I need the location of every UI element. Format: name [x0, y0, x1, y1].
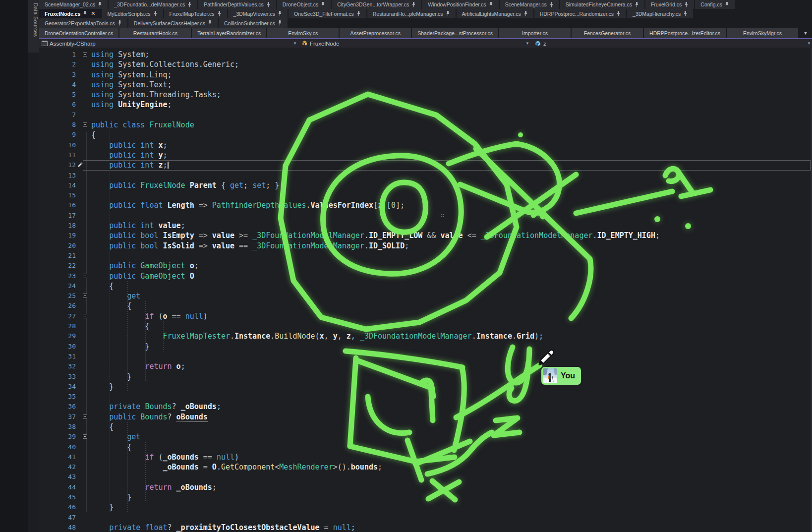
document-tab[interactable]: EnviroSky.cs: [267, 28, 339, 38]
chevron-down-icon: ▼: [293, 41, 297, 46]
fold-marker[interactable]: [83, 274, 87, 278]
line-number: 13: [39, 171, 76, 180]
tab-label: ShaderPackage...stProcessor.cs: [417, 30, 493, 36]
line-number: 20: [39, 241, 76, 251]
pin-icon[interactable]: [446, 11, 450, 16]
pin-icon[interactable]: [684, 2, 689, 7]
fold-marker[interactable]: [83, 434, 87, 439]
line-number: 42: [39, 462, 76, 472]
tab-label: FruxelGrid.cs: [651, 1, 682, 7]
pin-icon[interactable]: [117, 20, 122, 26]
pin-icon[interactable]: [208, 20, 212, 26]
document-tab[interactable]: Generator2ExportMapTools.cs: [39, 18, 127, 28]
fold-marker[interactable]: [83, 294, 87, 298]
fold-marker[interactable]: [83, 314, 87, 318]
line-number: 24: [39, 281, 76, 291]
code-line: 46 }: [39, 502, 812, 512]
document-tab[interactable]: HDRPPostproc...Randomizer.cs: [534, 9, 626, 18]
document-tab[interactable]: SceneManager_02.cs: [39, 0, 108, 9]
project-dropdown-caret[interactable]: ▼: [293, 39, 297, 48]
document-tab[interactable]: AssetPreprocessor.cs: [340, 28, 411, 38]
code-line: 8public class FruxelNode: [39, 120, 812, 130]
code-line: 6using UnityEngine;: [39, 100, 812, 110]
document-tab[interactable]: OneSec3D_FileFormat.cs: [289, 9, 366, 18]
pin-icon[interactable]: [153, 11, 158, 16]
document-tab[interactable]: TerrainLayerRandomizer.cs: [192, 28, 266, 38]
code-line: 27 if (o == null): [39, 311, 812, 321]
document-tab[interactable]: SceneManager.cs: [500, 0, 559, 9]
document-tab[interactable]: PathfinderDepthValues.cs: [198, 0, 276, 9]
line-number: 9: [39, 130, 76, 140]
project-name: Assembly-CSharp: [50, 41, 96, 47]
pin-icon[interactable]: [266, 2, 271, 7]
tab-label: SimulatedFisheyeCamera.cs: [566, 1, 632, 7]
pin-icon[interactable]: [356, 11, 361, 16]
document-tab[interactable]: RestaurantHo...pleManager.cs: [367, 9, 456, 18]
navbar-overflow-caret[interactable]: ▼: [807, 39, 811, 48]
member-dropdown-caret[interactable]: ▼: [525, 39, 529, 48]
project-dropdown[interactable]: Assembly-CSharp: [42, 39, 96, 48]
pin-icon[interactable]: [278, 20, 282, 26]
pin-icon[interactable]: [523, 11, 528, 16]
line-number: 17: [39, 211, 76, 221]
tab-label: CityGen3DGen...torWrapper.cs: [337, 1, 409, 7]
pin-icon[interactable]: [187, 2, 192, 7]
pin-icon[interactable]: [83, 11, 87, 16]
type-name: FruxelNode: [310, 41, 339, 47]
pin-icon[interactable]: [616, 11, 621, 16]
line-number: 11: [39, 150, 76, 160]
code-line: 21: [39, 251, 812, 261]
line-number: 30: [39, 342, 76, 352]
document-tab[interactable]: MyEditorScripts.cs: [102, 9, 163, 18]
code-editor[interactable]: 1using System;2using System.Collections.…: [39, 48, 812, 532]
document-tab[interactable]: FruxelNode.cs✕: [39, 9, 101, 18]
line-number: 46: [39, 502, 76, 512]
line-number: 14: [39, 180, 76, 190]
document-tab[interactable]: SimulatedFisheyeCamera.cs: [560, 0, 644, 9]
document-tab[interactable]: Importer.cs: [499, 28, 571, 38]
member-dropdown[interactable]: z: [534, 39, 546, 48]
line-number: 4: [39, 80, 76, 90]
tab-label: Config.cs: [700, 1, 722, 7]
pin-icon[interactable]: [725, 2, 729, 7]
document-tab[interactable]: _3DMapViewer.cs: [228, 9, 288, 18]
document-tab[interactable]: CollisionSubscriber.cs: [219, 18, 288, 28]
pin-icon[interactable]: [549, 2, 554, 7]
document-tab[interactable]: WindowPositionFinder.cs: [422, 0, 498, 9]
document-tab[interactable]: EnviroSkyMgr.cs: [727, 28, 798, 38]
pin-icon[interactable]: [411, 2, 416, 7]
document-tab[interactable]: CityGen3DGen...torWrapper.cs: [332, 0, 421, 9]
document-tab[interactable]: FruxelMapTester.cs: [164, 9, 227, 18]
document-tab[interactable]: ShaderPackage...stProcessor.cs: [412, 28, 498, 38]
pin-icon[interactable]: [635, 2, 639, 7]
code-line: 43: [39, 472, 812, 482]
document-tab[interactable]: DroneOrientationController.cs: [39, 28, 118, 38]
document-tab[interactable]: RestaurantHook.cs: [119, 28, 191, 38]
document-tab[interactable]: DroneObject.cs: [277, 0, 331, 9]
document-tab[interactable]: _3DMapHierarchy.cs: [627, 9, 693, 18]
tab-overflow-button[interactable]: ▼: [799, 28, 812, 38]
type-dropdown[interactable]: FruxelNode: [301, 39, 339, 48]
document-tab[interactable]: _3DFoundatio...delManager.cs: [109, 0, 197, 9]
pin-icon[interactable]: [98, 2, 102, 7]
code-line: 14 public FruxelNode Parent { get; set; …: [39, 180, 812, 190]
pin-icon[interactable]: [278, 11, 282, 16]
close-icon[interactable]: ✕: [91, 10, 95, 17]
code-line: 34 }: [39, 382, 812, 392]
pin-icon[interactable]: [321, 2, 325, 7]
pin-icon[interactable]: [217, 11, 222, 16]
line-number: 38: [39, 422, 76, 432]
document-tab[interactable]: DeliverySurfaceClassHelper.cs: [128, 18, 218, 28]
data-sources-tab[interactable]: Data Sources: [28, 0, 39, 53]
fold-marker[interactable]: [83, 52, 87, 57]
pin-icon[interactable]: [683, 11, 688, 16]
document-tab[interactable]: Config.cs: [695, 0, 735, 9]
fold-marker[interactable]: [83, 414, 87, 419]
document-tab[interactable]: FencesGenerator.cs: [572, 28, 643, 38]
document-tab[interactable]: ArtificialLightsManager.cs: [457, 9, 533, 18]
document-tab[interactable]: FruxelGrid.cs: [645, 0, 694, 9]
pin-icon[interactable]: [489, 2, 493, 7]
line-number: 7: [39, 110, 76, 120]
document-tab[interactable]: HDRPPostproce...izerEditor.cs: [644, 28, 726, 38]
fold-marker[interactable]: [83, 122, 87, 127]
